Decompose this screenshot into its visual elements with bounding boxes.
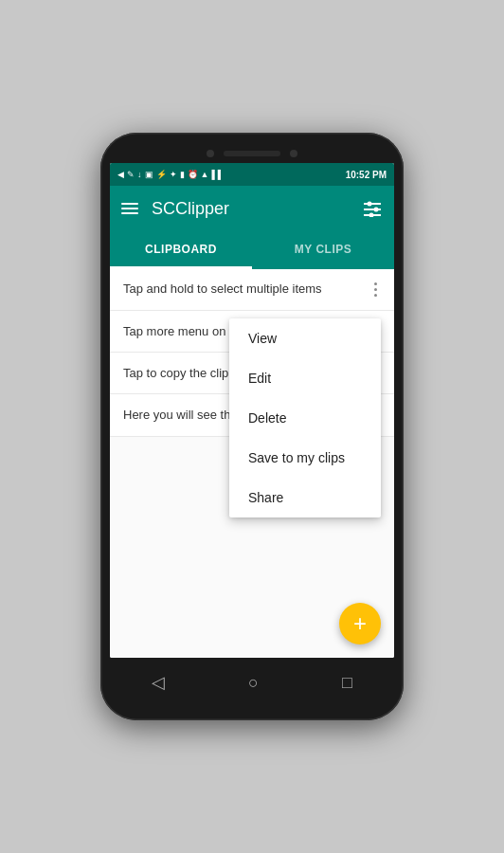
svg-point-3 [374, 208, 379, 212]
status-icons: ◀ ✎ ↓ ▣ ⚡ ✦ ▮ ⏰ ▲ ▌▌ [117, 170, 224, 179]
menu-item-delete[interactable]: Delete [229, 398, 381, 438]
phone-frame: ◀ ✎ ↓ ▣ ⚡ ✦ ▮ ⏰ ▲ ▌▌ 10:52 PM SCC [100, 133, 404, 720]
sensor-dot [290, 150, 297, 157]
hamburger-line-2 [121, 208, 138, 209]
recents-button[interactable]: □ [342, 673, 352, 693]
usb-icon: ⚡ [156, 170, 167, 179]
wifi-icon: ▲ [201, 170, 209, 179]
toolbar-left: SCClipper [121, 199, 229, 219]
fab-icon: + [353, 612, 367, 635]
screen: ◀ ✎ ↓ ▣ ⚡ ✦ ▮ ⏰ ▲ ▌▌ 10:52 PM SCC [110, 163, 394, 658]
filter-icon[interactable] [362, 200, 383, 217]
dropdown-menu: View Edit Delete Save to my clips Share [229, 318, 381, 517]
nav-bar: ◁ ○ □ [110, 662, 394, 703]
svg-point-5 [369, 213, 374, 218]
list-item[interactable]: Tap and hold to select multiple items [110, 269, 394, 311]
dot-2 [374, 288, 377, 291]
phone-top [110, 150, 394, 157]
status-time: 10:52 PM [346, 170, 387, 180]
menu-item-share[interactable]: Share [229, 478, 381, 517]
signal-icon: ▌▌ [211, 170, 224, 179]
toolbar-right-buttons [362, 200, 383, 217]
alarm-icon: ⏰ [188, 170, 198, 179]
menu-item-save-to-clips[interactable]: Save to my clips [229, 438, 381, 478]
hamburger-line-3 [121, 212, 138, 214]
speaker-grill [224, 151, 280, 156]
menu-item-view[interactable]: View [229, 318, 381, 358]
tab-bar: CLIPBOARD MY CLIPS [110, 231, 394, 269]
status-bar: ◀ ✎ ↓ ▣ ⚡ ✦ ▮ ⏰ ▲ ▌▌ 10:52 PM [110, 163, 394, 186]
bluetooth-icon: ✦ [170, 170, 177, 179]
home-button[interactable]: ○ [248, 673, 259, 693]
sim-icon: ▣ [145, 170, 153, 179]
camera-dot [207, 150, 214, 157]
download-icon: ↓ [137, 170, 142, 179]
item-text-1: Tap and hold to select multiple items [123, 281, 370, 298]
fab-button[interactable]: + [339, 603, 381, 644]
edit-icon: ✎ [127, 170, 135, 179]
app-title: SCClipper [152, 199, 229, 219]
svg-point-1 [368, 202, 372, 207]
toolbar: SCClipper [110, 186, 394, 231]
hamburger-line-1 [121, 203, 138, 205]
menu-item-edit[interactable]: Edit [229, 358, 381, 398]
overflow-menu-button[interactable] [370, 281, 381, 299]
back-nav-icon: ◀ [117, 170, 124, 179]
item-text-3: Tap to copy the clip... [123, 366, 239, 380]
battery-icon: ▮ [180, 170, 185, 179]
dot-1 [374, 282, 377, 285]
hamburger-button[interactable] [121, 203, 138, 214]
back-button[interactable]: ◁ [152, 672, 165, 693]
content-area: Tap and hold to select multiple items Ta… [110, 269, 394, 658]
tab-my-clips[interactable]: MY CLIPS [252, 231, 394, 269]
dot-3 [374, 294, 377, 297]
tab-clipboard[interactable]: CLIPBOARD [110, 231, 252, 269]
